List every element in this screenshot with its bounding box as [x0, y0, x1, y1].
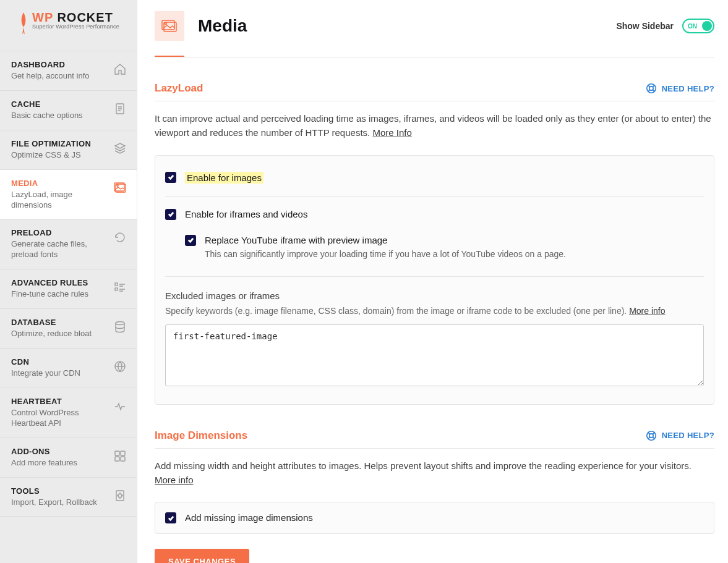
- globe-icon: [113, 360, 127, 373]
- svg-rect-5: [115, 288, 118, 290]
- nav-title: DASHBOARD: [11, 60, 108, 69]
- more-info-link[interactable]: More info: [155, 475, 194, 485]
- nav-title: DATABASE: [11, 318, 108, 327]
- show-sidebar-label: Show Sidebar: [616, 21, 674, 31]
- nav-title: CACHE: [11, 99, 108, 109]
- nav-desc: Optimize CSS & JS: [11, 150, 108, 161]
- nav-desc: Fine-tune cache rules: [11, 289, 108, 300]
- main-content: Media Show Sidebar ON LazyLoad NEED HELP…: [137, 0, 728, 563]
- logo: WP ROCKET Superior WordPress Performance: [0, 0, 137, 51]
- sidebar-item-preload[interactable]: PRELOADGenerate cache files, preload fon…: [0, 219, 137, 269]
- svg-rect-8: [115, 451, 119, 455]
- sidebar-item-heartbeat[interactable]: HEARTBEATControl WordPress Heartbeat API: [0, 387, 137, 438]
- lazyload-panel: Enable for images Enable for iframes and…: [155, 155, 714, 405]
- youtube-preview-option[interactable]: Replace YouTube iframe with preview imag…: [165, 230, 704, 264]
- show-sidebar-toggle[interactable]: ON: [682, 19, 714, 33]
- sidebar-item-dashboard[interactable]: DASHBOARDGet help, account info: [0, 51, 137, 90]
- enable-images-option[interactable]: Enable for images: [165, 167, 704, 188]
- nav-title: ADD-ONS: [11, 447, 108, 456]
- lazyload-section: LazyLoad NEED HELP? It can improve actua…: [155, 82, 714, 405]
- save-button[interactable]: SAVE CHANGES: [155, 549, 249, 563]
- checkbox-checked-icon[interactable]: [185, 235, 196, 246]
- tools-icon: [113, 489, 127, 502]
- nav-title: MEDIA: [11, 179, 108, 188]
- svg-rect-10: [115, 457, 119, 461]
- svg-point-6: [116, 322, 124, 325]
- image-dimensions-section: Image Dimensions NEED HELP? Add missing …: [155, 430, 714, 535]
- lazyload-title: LazyLoad: [155, 82, 203, 95]
- sidebar-item-cache[interactable]: CACHEBasic cache options: [0, 90, 137, 130]
- nav-title: FILE OPTIMIZATION: [11, 139, 108, 148]
- nav-desc: Generate cache files, preload fonts: [11, 239, 108, 260]
- need-help-button[interactable]: NEED HELP?: [646, 430, 714, 441]
- checkbox-checked-icon[interactable]: [165, 512, 176, 523]
- nav-title: CDN: [11, 357, 108, 366]
- life-ring-icon: [646, 83, 657, 94]
- excluded-textarea[interactable]: [165, 324, 704, 386]
- sidebar-item-cdn[interactable]: CDNIntegrate your CDN: [0, 348, 137, 387]
- checkbox-checked-icon[interactable]: [165, 172, 176, 183]
- home-icon: [113, 62, 127, 76]
- lazyload-desc: It can improve actual and perceived load…: [155, 111, 714, 140]
- svg-rect-11: [121, 457, 125, 461]
- checkbox-checked-icon[interactable]: [165, 209, 176, 220]
- heartbeat-icon: [113, 399, 127, 413]
- database-icon: [113, 320, 127, 334]
- life-ring-icon: [646, 430, 657, 441]
- page-header: Media Show Sidebar ON: [155, 11, 714, 41]
- need-help-button[interactable]: NEED HELP?: [646, 83, 714, 94]
- sidebar-item-database[interactable]: DATABASEOptimize, reduce bloat: [0, 308, 137, 348]
- nav-desc: Import, Export, Rollback: [11, 497, 108, 508]
- nav-desc: Control WordPress Heartbeat API: [11, 408, 108, 429]
- image-icon: [113, 181, 127, 195]
- sidebar-item-media[interactable]: MEDIALazyLoad, image dimensions: [0, 169, 137, 219]
- svg-point-18: [649, 87, 653, 90]
- addons-icon: [113, 449, 127, 463]
- nav-title: ADVANCED RULES: [11, 278, 108, 287]
- sidebar-item-advanced-rules[interactable]: ADVANCED RULESFine-tune cache rules: [0, 269, 137, 308]
- dimensions-desc: Add missing width and height attributes …: [155, 459, 714, 488]
- dimensions-panel: Add missing image dimensions: [155, 502, 714, 534]
- nav-desc: Optimize, reduce bloat: [11, 329, 108, 339]
- image-dimensions-title: Image Dimensions: [155, 430, 247, 442]
- layers-icon: [113, 142, 127, 155]
- svg-rect-4: [115, 283, 118, 286]
- svg-point-13: [118, 494, 122, 497]
- list-check-icon: [113, 281, 127, 294]
- nav-desc: Get help, account info: [11, 71, 108, 82]
- sidebar-item-tools[interactable]: TOOLSImport, Export, Rollback: [0, 477, 137, 517]
- nav: DASHBOARDGet help, account infoCACHEBasi…: [0, 51, 137, 517]
- excluded-field: Excluded images or iframes Specify keywo…: [165, 290, 704, 388]
- page-title: Media: [198, 16, 247, 36]
- sidebar-item-add-ons[interactable]: ADD-ONSAdd more features: [0, 438, 137, 477]
- more-info-link[interactable]: More Info: [372, 127, 411, 138]
- enable-iframes-option[interactable]: Enable for iframes and videos: [165, 204, 704, 225]
- rocket-flame-icon: [19, 11, 28, 37]
- media-header-icon: [155, 11, 184, 41]
- nav-desc: Add more features: [11, 458, 108, 468]
- sidebar-item-file-optimization[interactable]: FILE OPTIMIZATIONOptimize CSS & JS: [0, 130, 137, 169]
- svg-rect-9: [121, 451, 125, 455]
- more-info-link[interactable]: More info: [629, 306, 665, 316]
- page-icon: [113, 102, 127, 116]
- svg-point-16: [165, 23, 167, 25]
- svg-point-20: [649, 433, 653, 437]
- svg-point-3: [117, 184, 118, 185]
- add-dimensions-option[interactable]: Add missing image dimensions: [165, 511, 704, 525]
- refresh-icon: [113, 231, 127, 244]
- sidebar: WP ROCKET Superior WordPress Performance…: [0, 0, 137, 563]
- nav-title: PRELOAD: [11, 228, 108, 237]
- nav-desc: Integrate your CDN: [11, 368, 108, 379]
- nav-title: HEARTBEAT: [11, 397, 108, 406]
- nav-desc: Basic cache options: [11, 111, 108, 121]
- nav-desc: LazyLoad, image dimensions: [11, 190, 108, 211]
- nav-title: TOOLS: [11, 486, 108, 496]
